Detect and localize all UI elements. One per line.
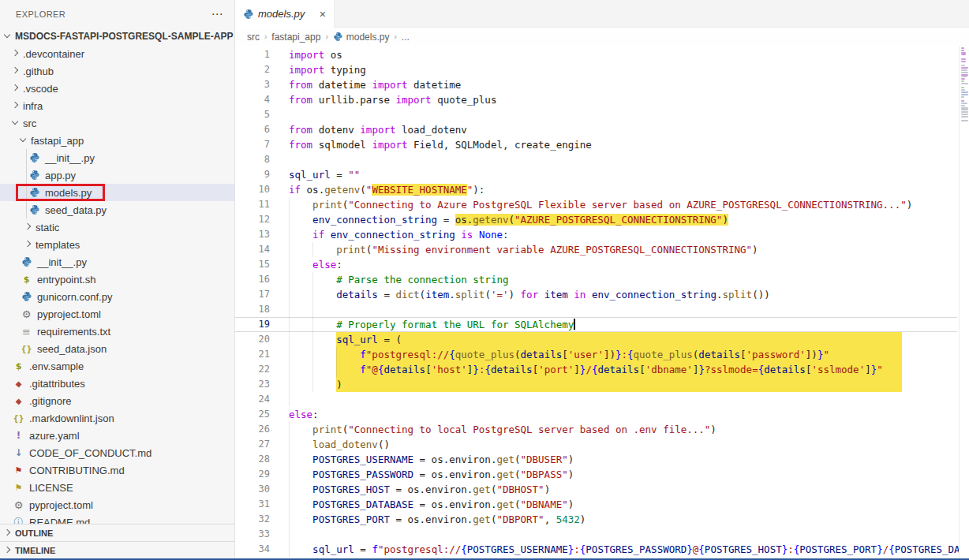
tree-item-markdownlint-json[interactable]: {}.markdownlint.json	[0, 409, 234, 427]
code-line-10[interactable]: 10if os.getenv("WEBSITE_HOSTNAME"):	[235, 182, 959, 197]
tree-indent-guide	[26, 201, 27, 218]
code-line-21[interactable]: 21 f"postgresql://{quote_plus(details['u…	[235, 347, 959, 362]
code-line-12[interactable]: 12 env_connection_string = os.getenv("AZ…	[235, 212, 959, 227]
tree-item-label: src	[23, 118, 36, 129]
line-number: 15	[235, 257, 270, 272]
more-actions-icon[interactable]: ⋯	[211, 10, 223, 18]
tree-item-code-of-conduct-md[interactable]: ↓CODE_OF_CONDUCT.md	[0, 444, 234, 461]
tree-item-templates[interactable]: templates	[0, 236, 234, 253]
breadcrumb-item-models-py[interactable]: models.py	[333, 32, 390, 43]
tree-item-gitattributes[interactable]: ◆.gitattributes	[0, 375, 234, 392]
line-number: 19	[235, 317, 270, 332]
code-area[interactable]: 1import os2import typing3from datetime i…	[235, 46, 959, 557]
tree-item-fastapi-app[interactable]: fastapi_app	[0, 132, 234, 149]
panel-header-outline[interactable]: OUTLINE	[0, 524, 234, 541]
code-line-33[interactable]: 33	[235, 527, 959, 542]
shell-icon: $	[21, 273, 32, 286]
code-line-17[interactable]: 17 details = dict(item.split('=') for it…	[235, 287, 959, 302]
tree-item-static[interactable]: static	[0, 218, 234, 236]
tree-item-github[interactable]: .github	[0, 62, 234, 80]
code-line-13[interactable]: 13 if env_connection_string is None:	[235, 227, 959, 242]
tree-item-requirements-txt[interactable]: ≡requirements.txt	[0, 323, 234, 340]
tree-item-infra[interactable]: infra	[0, 97, 234, 114]
code-line-4[interactable]: 4from urllib.parse import quote_plus	[235, 92, 959, 107]
close-icon[interactable]: ×	[320, 8, 326, 21]
code-line-11[interactable]: 11 print("Connecting to Azure PostgreSQL…	[235, 197, 959, 212]
tree-item-azure-yaml[interactable]: !azure.yaml	[0, 427, 234, 444]
line-number: 24	[235, 392, 270, 407]
code-line-16[interactable]: 16 # Parse the connection string	[235, 272, 959, 287]
code-line-23[interactable]: 23 )	[235, 377, 959, 392]
tree-item-label: CONTRIBUTING.md	[29, 465, 125, 476]
code-line-5[interactable]: 5	[235, 107, 959, 122]
tree-item-label: .github	[23, 65, 54, 77]
tree-item-env-sample[interactable]: $.env.sample	[0, 357, 234, 375]
code-line-28[interactable]: 28 POSTGRES_USERNAME = os.environ.get("D…	[235, 452, 959, 467]
line-number: 4	[235, 92, 270, 107]
tree-item-pyproject-toml[interactable]: ⚙pyproject.toml	[0, 305, 234, 323]
text-cursor	[574, 319, 575, 330]
tree-item-gitignore[interactable]: ◆.gitignore	[0, 392, 234, 409]
code-line-3[interactable]: 3from datetime import datetime	[235, 77, 959, 92]
tree-item-app-py[interactable]: app.py	[0, 166, 234, 184]
tree-item-gunicorn-conf-py[interactable]: gunicorn.conf.py	[0, 288, 234, 305]
shell-icon: $	[13, 360, 24, 372]
tree-item-msdocs-fastapi-postgresql-sample-app-git[interactable]: MSDOCS-FASTAPI-POSTGRESQL-SAMPLE-APP [GI…	[0, 28, 234, 45]
tree-item-contributing-md[interactable]: ⚑CONTRIBUTING.md	[0, 461, 234, 479]
code-line-20[interactable]: 20 sql_url = (	[235, 332, 959, 347]
minimap-mark	[961, 47, 964, 49]
code-line-6[interactable]: 6from dotenv import load_dotenv	[235, 122, 959, 137]
tree-item-seed-data-py[interactable]: seed_data.py	[0, 201, 234, 218]
breadcrumb-label: ...	[402, 32, 410, 43]
code-line-2[interactable]: 2import typing	[235, 62, 959, 77]
code-line-26[interactable]: 26 print("Connecting to local PostgreSQL…	[235, 422, 959, 437]
python-icon	[28, 186, 40, 199]
tree-item-init-py[interactable]: __init__.py	[0, 253, 234, 271]
tree-item-label: seed_data.py	[45, 204, 107, 216]
tree-item-init-py[interactable]: __init__.py	[0, 149, 234, 166]
code-line-1[interactable]: 1import os	[235, 47, 959, 62]
breadcrumb-item-fastapi_app[interactable]: fastapi_app	[271, 32, 320, 43]
line-number: 28	[235, 452, 270, 467]
tree-item-label: .vscode	[23, 83, 58, 95]
minimap-mark	[961, 107, 968, 109]
line-number: 6	[235, 122, 270, 137]
code-text: sql_url = f"postgresql://{POSTGRES_USERN…	[289, 542, 959, 557]
code-line-29[interactable]: 29 POSTGRES_PASSWORD = os.environ.get("D…	[235, 467, 959, 482]
panel-header-timeline[interactable]: TIMELINE	[0, 541, 234, 558]
tree-indent-guide	[26, 166, 27, 184]
tree-item-label: fastapi_app	[31, 135, 84, 147]
code-line-8[interactable]: 8	[235, 152, 959, 167]
tree-item-models-py[interactable]: models.py	[0, 184, 234, 201]
code-line-30[interactable]: 30 POSTGRES_HOST = os.environ.get("DBHOS…	[235, 482, 959, 497]
code-line-14[interactable]: 14 print("Missing environment variable A…	[235, 242, 959, 257]
git-icon: ◆	[13, 377, 24, 390]
code-line-27[interactable]: 27 load_dotenv()	[235, 437, 959, 452]
tab-models-py[interactable]: models.py×	[235, 0, 335, 28]
code-line-18[interactable]: 18	[235, 302, 959, 317]
code-line-19[interactable]: 19 # Properly format the URL for SQLAlch…	[235, 317, 959, 332]
line-number: 1	[235, 47, 270, 62]
tree-item-entrypoint-sh[interactable]: $entrypoint.sh	[0, 271, 234, 288]
breadcrumb-item-src[interactable]: src	[247, 32, 260, 43]
code-line-7[interactable]: 7from sqlmodel import Field, SQLModel, c…	[235, 137, 959, 152]
code-line-22[interactable]: 22 f"@{details['host']}:{details['port']…	[235, 362, 959, 377]
code-line-24[interactable]: 24	[235, 392, 959, 407]
breadcrumb-item--[interactable]: ...	[402, 32, 410, 43]
code-text: POSTGRES_PASSWORD = os.environ.get("DBPA…	[289, 467, 574, 482]
code-line-25[interactable]: 25else:	[235, 407, 959, 422]
tree-item-devcontainer[interactable]: .devcontainer	[0, 45, 234, 62]
code-text: else:	[289, 407, 319, 422]
tree-item-pyproject-toml[interactable]: ⚙pyproject.toml	[0, 496, 234, 513]
minimap[interactable]	[959, 46, 969, 558]
code-line-31[interactable]: 31 POSTGRES_DATABASE = os.environ.get("D…	[235, 497, 959, 512]
tree-item-src[interactable]: src	[0, 114, 234, 132]
code-line-15[interactable]: 15 else:	[235, 257, 959, 272]
code-text: POSTGRES_USERNAME = os.environ.get("DBUS…	[289, 452, 574, 467]
tree-item-license[interactable]: ⚑LICENSE	[0, 479, 234, 496]
tree-item-seed-data-json[interactable]: {}seed_data.json	[0, 340, 234, 357]
tree-item-vscode[interactable]: .vscode	[0, 80, 234, 97]
code-line-32[interactable]: 32 POSTGRES_PORT = os.environ.get("DBPOR…	[235, 512, 959, 527]
code-line-34[interactable]: 34 sql_url = f"postgresql://{POSTGRES_US…	[235, 542, 959, 557]
code-line-9[interactable]: 9sql_url = ""	[235, 167, 959, 182]
